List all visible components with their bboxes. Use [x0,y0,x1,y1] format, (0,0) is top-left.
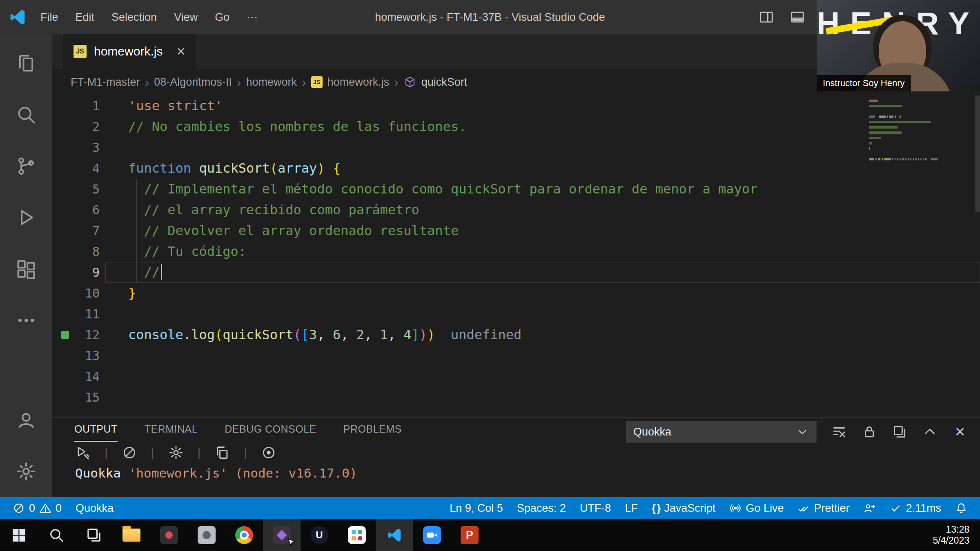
breadcrumb-item-homework-js[interactable]: JShomework.js [311,76,390,89]
menu-edit[interactable]: Edit [67,0,103,34]
lock-icon[interactable] [862,424,877,440]
status-language-mode[interactable]: { }JavaScript [645,497,722,519]
output-channel-select[interactable]: Quokka [626,421,817,443]
settings-icon[interactable] [168,445,184,460]
open-editor-icon[interactable] [892,424,907,440]
line-number[interactable]: 7 [52,224,105,238]
line-number[interactable]: 12 [52,328,105,342]
taskbar-icon-media-app[interactable] [150,519,188,551]
minimap[interactable] [869,98,971,178]
panel-tab-problems[interactable]: PROBLEMS [343,417,402,442]
code-line[interactable]: // [105,262,980,283]
line-number[interactable]: 13 [52,349,105,363]
taskbar-icon-file-explorer[interactable] [113,519,150,551]
line-number[interactable]: 4 [52,161,105,176]
code-line[interactable]: console.log(quickSort([3, 6, 2, 1, 4])) … [105,324,980,345]
code-line[interactable] [105,387,980,408]
menu-view[interactable]: View [165,0,206,34]
activity-account-icon[interactable] [0,394,52,446]
activity-extensions-icon[interactable] [0,243,52,295]
close-icon[interactable]: × [952,424,968,440]
status-quokka-time[interactable]: 2.11ms [882,497,948,519]
taskbar-icon-vscode[interactable] [376,519,413,551]
activity-source-control-icon[interactable] [0,140,52,192]
breadcrumb-item-ft-m1-master[interactable]: FT-M1-master [71,76,140,89]
code-editor[interactable]: 1'use strict'2// No cambies los nombres … [52,96,980,417]
status-eol[interactable]: LF [618,497,645,519]
line-number[interactable]: 6 [52,203,105,217]
taskbar-icon-zoom[interactable] [413,519,451,551]
activity-run-debug-icon[interactable] [0,192,52,243]
taskbar-icon-powerpoint[interactable]: P [451,519,488,551]
editor-line-15[interactable]: 15 [52,387,980,408]
editor-line-12[interactable]: 12console.log(quickSort([3, 6, 2, 1, 4])… [52,324,980,345]
status-notifications[interactable] [948,497,974,519]
taskbar-icon-task-view[interactable] [75,519,113,551]
line-number[interactable]: 11 [52,307,105,321]
panel-tab-debug-console[interactable]: DEBUG CONSOLE [225,417,316,442]
no-bug-icon[interactable] [122,445,137,460]
taskbar-icon-settings-app[interactable] [188,519,225,551]
panel-tab-terminal[interactable]: TERMINAL [145,417,198,442]
editor-line-14[interactable]: 14 [52,366,980,387]
code-line[interactable]: // Tu código: [105,241,980,262]
line-number[interactable]: 2 [52,120,105,134]
editor-line-5[interactable]: 5 // Implementar el método conocido como… [52,179,980,200]
record-icon[interactable] [261,445,276,460]
editor-line-4[interactable]: 4function quickSort(array) { [52,158,980,179]
editor-line-2[interactable]: 2// No cambies los nombres de las funcio… [52,116,980,137]
layout-sidebar-icon[interactable] [759,9,774,25]
status-problems[interactable]: 00 [6,497,69,519]
clear-icon[interactable] [831,424,847,440]
tab-close-icon[interactable]: × [176,44,185,59]
code-line[interactable]: // Devolver el array ordenado resultante [105,220,980,241]
copy-icon[interactable] [214,445,230,460]
editor-line-13[interactable]: 13 [52,345,980,366]
status-prettier[interactable]: Prettier [791,497,856,519]
menu-selection[interactable]: Selection [103,0,165,34]
editor-line-1[interactable]: 1'use strict' [52,96,980,116]
code-line[interactable]: // Implementar el método conocido como q… [105,179,980,200]
taskbar-icon-start[interactable] [0,519,38,551]
taskbar-icon-slack[interactable] [338,519,376,551]
code-line[interactable]: // No cambies los nombres de las funcion… [105,116,980,137]
menu-file[interactable]: File [32,0,67,34]
editor-line-6[interactable]: 6 // el array recibido como parámetro [52,200,980,220]
activity-more-icon[interactable] [0,295,52,346]
run-tool-icon[interactable] [75,445,91,460]
line-number[interactable]: 9 [52,265,105,280]
code-line[interactable] [105,345,980,366]
taskbar-clock[interactable]: 13:28 5/4/2023 [933,524,980,546]
code-line[interactable]: } [105,283,980,304]
status-go-live[interactable]: Go Live [722,497,791,519]
taskbar-icon-visual-studio[interactable] [263,519,301,551]
editor-scrollbar[interactable] [975,96,980,212]
activity-search-icon[interactable] [0,89,52,140]
editor-line-8[interactable]: 8 // Tu código: [52,241,980,262]
code-line[interactable]: // el array recibido como parámetro [105,200,980,220]
chevron-up-icon[interactable] [922,424,938,440]
code-line[interactable]: function quickSort(array) { [105,158,980,179]
breadcrumb-item-08-algoritmos-ii[interactable]: 08-Algoritmos-II [154,76,232,89]
taskbar-icon-chrome[interactable] [225,519,263,551]
tab-homework-js[interactable]: JS homework.js × [63,34,196,69]
layout-panel-icon[interactable] [790,9,805,25]
panel-tab-output[interactable]: OUTPUT [74,417,118,442]
editor-line-10[interactable]: 10} [52,283,980,304]
editor-line-9[interactable]: 9 // [52,262,980,283]
status-quokka[interactable]: Quokka [69,497,120,519]
breadcrumb-item-quicksort[interactable]: quickSort [403,76,468,89]
activity-explorer-icon[interactable] [0,38,52,89]
status-encoding[interactable]: UTF-8 [573,497,618,519]
line-number[interactable]: 3 [52,140,105,155]
taskbar-icon-search[interactable] [38,519,75,551]
menu-more[interactable]: ⋯ [238,0,266,34]
menu-go[interactable]: Go [206,0,238,34]
line-number[interactable]: 8 [52,244,105,259]
status-cursor-position[interactable]: Ln 9, Col 5 [443,497,510,519]
editor-line-7[interactable]: 7 // Devolver el array ordenado resultan… [52,220,980,241]
activity-settings-icon[interactable] [0,446,52,497]
code-line[interactable] [105,304,980,324]
code-line[interactable] [105,137,980,158]
line-number[interactable]: 14 [52,369,105,384]
